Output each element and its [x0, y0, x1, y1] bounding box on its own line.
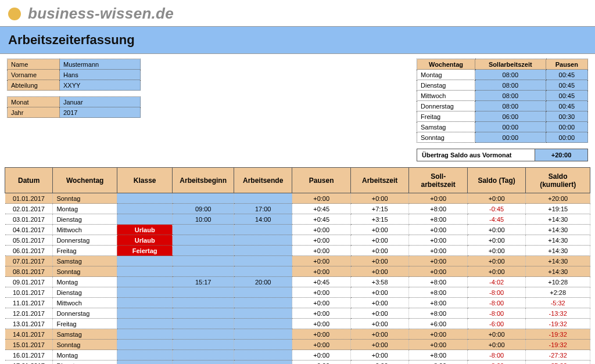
cell-klasse[interactable]: Feiertag	[117, 246, 172, 256]
wt-soll[interactable]: 08:00	[475, 80, 546, 91]
cell-end[interactable]	[234, 235, 292, 246]
value-jahr[interactable]: 2017	[60, 107, 141, 118]
cell-klasse[interactable]	[117, 266, 172, 277]
cell-begin[interactable]	[173, 246, 234, 256]
cell-klasse[interactable]: Urlaub	[117, 235, 172, 246]
cell-pause: +0:00	[292, 287, 350, 298]
wt-soll[interactable]: 06:00	[475, 111, 546, 122]
cell-begin[interactable]	[173, 266, 234, 277]
value-monat[interactable]: Januar	[60, 97, 141, 107]
cell-begin[interactable]	[173, 340, 234, 350]
cell-klasse[interactable]	[117, 340, 172, 350]
wt-pause[interactable]: 00:45	[546, 70, 587, 80]
cell-begin[interactable]: 15:17	[173, 277, 234, 287]
cell-begin[interactable]	[173, 319, 234, 329]
cell-end[interactable]	[234, 350, 292, 361]
cell-soll: +0:00	[409, 256, 467, 266]
cell-cum: -19:32	[526, 319, 590, 329]
wt-soll[interactable]: 00:00	[475, 122, 546, 132]
cell-date: 04.01.2017	[5, 225, 53, 235]
cell-klasse[interactable]	[117, 277, 172, 287]
wt-day: Dienstag	[417, 80, 475, 91]
cell-end[interactable]: 20:00	[234, 277, 292, 287]
table-row: 08.01.2017Sonntag+0:00+0:00+0:00+0:00+14…	[5, 266, 590, 277]
cell-work: +0:00	[350, 308, 408, 319]
cell-klasse[interactable]	[117, 287, 172, 298]
cell-end[interactable]: 17:00	[234, 204, 292, 214]
cell-begin[interactable]: 10:00	[173, 214, 234, 225]
carry-value[interactable]: +20:00	[535, 149, 587, 161]
wt-soll[interactable]: 08:00	[475, 91, 546, 101]
cell-klasse[interactable]	[117, 214, 172, 225]
cell-begin[interactable]: 09:00	[173, 204, 234, 214]
wt-pause[interactable]: 00:00	[546, 132, 587, 143]
cell-klasse[interactable]	[117, 350, 172, 361]
cell-work: +0:00	[350, 266, 408, 277]
wt-soll[interactable]: 08:00	[475, 101, 546, 111]
cell-klasse[interactable]	[117, 193, 172, 204]
cell-end[interactable]	[234, 329, 292, 340]
cell-day: Donnerstag	[53, 235, 117, 246]
cell-klasse[interactable]	[117, 361, 172, 365]
cell-end[interactable]	[234, 340, 292, 350]
cell-end[interactable]	[234, 246, 292, 256]
cell-begin[interactable]	[173, 329, 234, 340]
cell-day: Montag	[53, 204, 117, 214]
cell-klasse[interactable]: Urlaub	[117, 225, 172, 235]
cell-klasse[interactable]	[117, 256, 172, 266]
cell-klasse[interactable]	[117, 308, 172, 319]
h-date: Datum	[5, 168, 53, 193]
h-day: Wochentag	[53, 168, 117, 193]
cell-saldo: +0:00	[467, 329, 525, 340]
wt-pause[interactable]: 00:45	[546, 91, 587, 101]
cell-end[interactable]	[234, 256, 292, 266]
cell-begin[interactable]	[173, 287, 234, 298]
cell-day: Sonntag	[53, 340, 117, 350]
cell-end[interactable]	[234, 308, 292, 319]
value-vorname[interactable]: Hans	[60, 70, 141, 80]
cell-cum: +14:30	[526, 235, 590, 246]
cell-klasse[interactable]	[117, 319, 172, 329]
cell-begin[interactable]	[173, 350, 234, 361]
wt-soll[interactable]: 00:00	[475, 132, 546, 143]
cell-begin[interactable]	[173, 225, 234, 235]
cell-work: +0:00	[350, 298, 408, 308]
cell-begin[interactable]	[173, 235, 234, 246]
cell-soll: +0:00	[409, 340, 467, 350]
wt-pause[interactable]: 00:45	[546, 101, 587, 111]
cell-end[interactable]: 14:00	[234, 214, 292, 225]
cell-end[interactable]	[234, 225, 292, 235]
cell-begin[interactable]	[173, 308, 234, 319]
cell-date: 01.01.2017	[5, 193, 53, 204]
cell-saldo: -8:00	[467, 308, 525, 319]
cell-date: 07.01.2017	[5, 256, 53, 266]
cell-begin[interactable]	[173, 298, 234, 308]
wt-pause[interactable]: 00:00	[546, 122, 587, 132]
value-name[interactable]: Mustermann	[60, 59, 141, 70]
wt-pause[interactable]: 00:45	[546, 80, 587, 91]
cell-soll: +0:00	[409, 193, 467, 204]
cell-end[interactable]	[234, 193, 292, 204]
cell-begin[interactable]	[173, 256, 234, 266]
cell-begin[interactable]	[173, 193, 234, 204]
cell-saldo: +0:00	[467, 225, 525, 235]
wt-pause[interactable]: 00:30	[546, 111, 587, 122]
wt-head-soll: Sollarbeitszeit	[475, 59, 546, 70]
cell-day: Sonntag	[53, 266, 117, 277]
value-abteilung[interactable]: XXYY	[60, 80, 141, 91]
cell-end[interactable]	[234, 287, 292, 298]
cell-klasse[interactable]	[117, 298, 172, 308]
cell-end[interactable]	[234, 361, 292, 365]
cell-end[interactable]	[234, 298, 292, 308]
cell-saldo: +0:00	[467, 246, 525, 256]
cell-pause: +0:00	[292, 298, 350, 308]
cell-cum: -27:32	[526, 350, 590, 361]
cell-begin[interactable]	[173, 361, 234, 365]
table-row: 14.01.2017Samstag+0:00+0:00+0:00+0:00-19…	[5, 329, 590, 340]
cell-end[interactable]	[234, 266, 292, 277]
cell-end[interactable]	[234, 319, 292, 329]
wt-soll[interactable]: 08:00	[475, 70, 546, 80]
cell-klasse[interactable]	[117, 204, 172, 214]
label-abteilung: Abteilung	[8, 80, 60, 91]
cell-klasse[interactable]	[117, 329, 172, 340]
